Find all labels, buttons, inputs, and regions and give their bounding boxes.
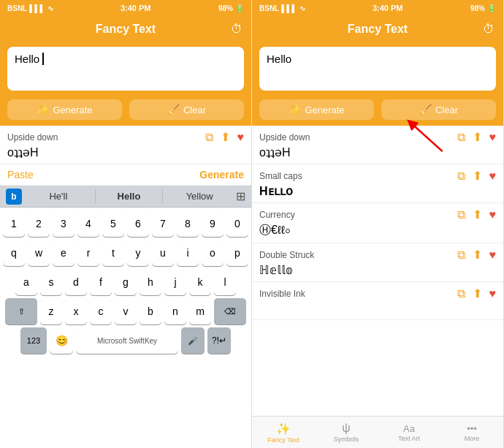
key-9[interactable]: 9 bbox=[202, 210, 224, 237]
key-shift[interactable]: ⇧ bbox=[5, 298, 37, 324]
share-icon-upside-down-left[interactable]: ⬆ bbox=[221, 130, 230, 144]
tab-label-more: More bbox=[465, 435, 480, 442]
tab-more[interactable]: ••• More bbox=[440, 417, 503, 448]
key-3[interactable]: 3 bbox=[53, 210, 75, 237]
battery-icon-left: 🔋 bbox=[235, 4, 244, 12]
copy-icon-double-struck[interactable]: ⧉ bbox=[457, 248, 465, 262]
tab-text-art[interactable]: Aa Text Art bbox=[378, 417, 440, 448]
key-7[interactable]: 7 bbox=[152, 210, 174, 237]
key-m[interactable]: m bbox=[189, 298, 211, 324]
key-g[interactable]: g bbox=[115, 269, 137, 295]
key-b[interactable]: b bbox=[140, 298, 161, 324]
status-bar-left: BSNL ▌▌▌ ∿ 3:40 PM 98% 🔋 bbox=[0, 0, 251, 16]
key-l[interactable]: l bbox=[214, 269, 236, 295]
copy-icon-upside-down-left[interactable]: ⧉ bbox=[205, 131, 213, 144]
key-x[interactable]: x bbox=[65, 298, 87, 324]
key-h[interactable]: h bbox=[140, 269, 161, 295]
key-emoji[interactable]: 😊 bbox=[50, 327, 73, 354]
key-space[interactable]: Microsoft SwiftKey bbox=[76, 327, 178, 354]
keyboard-suggestions: b He'll Hello Yellow ⊞ bbox=[0, 186, 251, 208]
grid-icon[interactable]: ⊞ bbox=[236, 189, 245, 203]
key-8[interactable]: 8 bbox=[177, 210, 199, 237]
heart-icon-small-caps[interactable]: ♥ bbox=[489, 170, 497, 183]
key-q[interactable]: q bbox=[3, 240, 25, 266]
share-icon-small-caps[interactable]: ⬆ bbox=[473, 169, 482, 183]
status-left-right: BSNL ▌▌▌ ∿ bbox=[259, 4, 305, 12]
key-v[interactable]: v bbox=[115, 298, 137, 324]
clock-icon-left[interactable]: ⏱ bbox=[231, 23, 243, 36]
result-currency: Currency ⧉ ⬆ ♥ Ⓗ€ℓℓ০ bbox=[252, 203, 503, 243]
key-s[interactable]: s bbox=[40, 269, 62, 295]
key-y[interactable]: y bbox=[127, 240, 149, 266]
status-left: BSNL ▌▌▌ ∿ bbox=[7, 4, 53, 12]
tab-symbols[interactable]: ψ Symbols bbox=[315, 417, 378, 448]
label-currency: Currency bbox=[259, 210, 295, 220]
key-u[interactable]: u bbox=[152, 240, 174, 266]
suggestion-1[interactable]: He'll bbox=[25, 189, 92, 203]
text-input-left[interactable]: Hello bbox=[7, 47, 244, 91]
key-5[interactable]: 5 bbox=[102, 210, 124, 237]
heart-icon-invisible-ink[interactable]: ♥ bbox=[489, 287, 497, 300]
key-123[interactable]: 123 bbox=[20, 327, 47, 354]
copy-icon-upside-down[interactable]: ⧉ bbox=[457, 131, 465, 144]
generate-button-left[interactable]: ✨ Generate bbox=[7, 99, 122, 120]
key-j[interactable]: j bbox=[164, 269, 186, 295]
generate-button-bar[interactable]: Generate bbox=[199, 169, 244, 181]
clock-icon-right[interactable]: ⏱ bbox=[483, 23, 495, 36]
key-c[interactable]: c bbox=[90, 298, 112, 324]
share-icon-upside-down[interactable]: ⬆ bbox=[473, 130, 482, 144]
share-icon-double-struck[interactable]: ⬆ bbox=[473, 248, 482, 262]
key-i[interactable]: i bbox=[177, 240, 199, 266]
tab-fancy-text[interactable]: ✨ Fancy Text bbox=[252, 417, 315, 448]
key-delete[interactable]: ⌫ bbox=[214, 298, 246, 324]
key-n[interactable]: n bbox=[164, 298, 186, 324]
key-4[interactable]: 4 bbox=[77, 210, 99, 237]
icons-invisible-ink: ⧉ ⬆ ♥ bbox=[457, 286, 497, 300]
copy-icon-invisible-ink[interactable]: ⧉ bbox=[457, 287, 465, 300]
key-z[interactable]: z bbox=[40, 298, 62, 324]
key-r[interactable]: r bbox=[77, 240, 99, 266]
text-upside-down: oʇʇǝH bbox=[259, 145, 496, 159]
key-f[interactable]: f bbox=[90, 269, 112, 295]
suggestion-3[interactable]: Yellow bbox=[166, 189, 233, 203]
battery-icon-right: 🔋 bbox=[487, 4, 496, 12]
key-e[interactable]: e bbox=[53, 240, 75, 266]
key-1[interactable]: 1 bbox=[3, 210, 25, 237]
key-2[interactable]: 2 bbox=[28, 210, 50, 237]
key-w[interactable]: w bbox=[28, 240, 50, 266]
share-icon-currency[interactable]: ⬆ bbox=[473, 208, 482, 221]
heart-icon-double-struck[interactable]: ♥ bbox=[489, 248, 497, 262]
status-right-right: 98% 🔋 bbox=[470, 4, 496, 12]
clear-button-right[interactable]: 🧹 Clear bbox=[381, 99, 496, 120]
key-o[interactable]: o bbox=[202, 240, 224, 266]
heart-icon-upside-down-left[interactable]: ♥ bbox=[237, 131, 245, 144]
key-d[interactable]: d bbox=[65, 269, 87, 295]
action-buttons-right: ✨ Generate 🧹 Clear bbox=[252, 95, 503, 126]
copy-icon-currency[interactable]: ⧉ bbox=[457, 208, 465, 221]
generate-label-right: Generate bbox=[305, 105, 344, 115]
keyboard-row-z: ⇧ z x c v b n m ⌫ bbox=[3, 298, 248, 324]
key-0[interactable]: 0 bbox=[226, 210, 248, 237]
result-text-upside-down-left: oʇʇǝH bbox=[7, 145, 244, 159]
heart-icon-currency[interactable]: ♥ bbox=[489, 208, 497, 221]
heart-icon-upside-down[interactable]: ♥ bbox=[489, 131, 497, 144]
text-input-right[interactable]: Hello bbox=[259, 47, 496, 91]
key-t[interactable]: t bbox=[102, 240, 124, 266]
share-icon-invisible-ink[interactable]: ⬆ bbox=[473, 286, 482, 300]
app-title-left: Fancy Text bbox=[96, 23, 156, 36]
key-p[interactable]: p bbox=[226, 240, 248, 266]
key-mic[interactable]: 🎤 bbox=[181, 327, 205, 354]
key-6[interactable]: 6 bbox=[127, 210, 149, 237]
key-return[interactable]: ?!↵ bbox=[207, 327, 231, 354]
paste-button[interactable]: Paste bbox=[7, 169, 34, 181]
key-a[interactable]: a bbox=[15, 269, 37, 295]
key-k[interactable]: k bbox=[189, 269, 211, 295]
bing-icon: b bbox=[6, 189, 22, 205]
text-invisible-ink bbox=[259, 302, 496, 315]
status-right-left: 98% 🔋 bbox=[218, 4, 244, 12]
copy-icon-small-caps[interactable]: ⧉ bbox=[457, 170, 465, 183]
suggestion-2[interactable]: Hello bbox=[95, 189, 164, 203]
keyboard-row-q: q w e r t y u i o p bbox=[3, 240, 248, 266]
generate-button-right[interactable]: ✨ Generate bbox=[259, 99, 374, 120]
clear-button-left[interactable]: 🧹 Clear bbox=[129, 99, 244, 120]
